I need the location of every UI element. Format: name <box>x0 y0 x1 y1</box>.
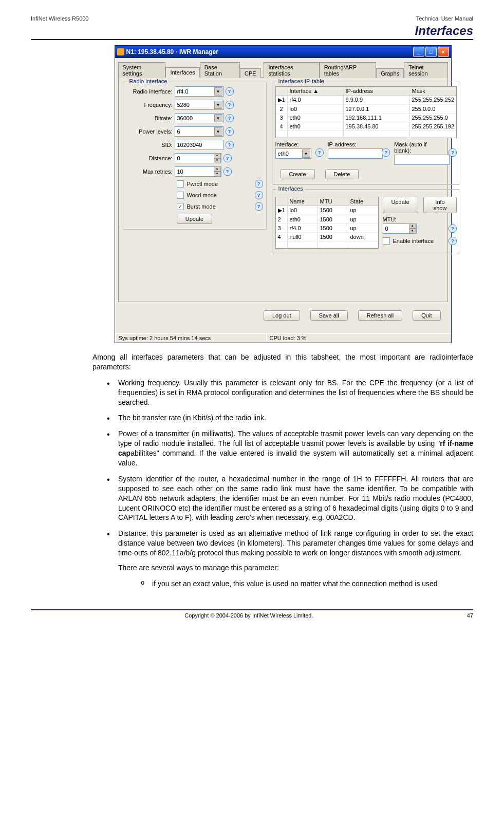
quit-button[interactable]: Quit <box>413 310 440 321</box>
ip-table-group: Interfaces IP-table Interface ▲ IP-addre… <box>272 82 461 185</box>
tab-graphs[interactable]: Graphs <box>376 68 404 78</box>
help-icon[interactable]: ? <box>449 225 457 233</box>
combo-power[interactable]: 6▼ <box>175 126 223 137</box>
combo-radio-interface[interactable]: rf4.0▼ <box>175 86 223 97</box>
if-update-button[interactable]: Update <box>383 197 418 213</box>
mask-input[interactable] <box>394 155 450 165</box>
help-icon[interactable]: ? <box>382 148 390 157</box>
tab-routing-arp[interactable]: Routing/ARP tables <box>320 62 376 78</box>
ip-table: Interface ▲ IP-address Mask ▶1rf4.09.9.0… <box>275 86 457 138</box>
delete-button[interactable]: Delete <box>325 169 359 179</box>
col-interface[interactable]: Interface ▲ <box>288 87 344 95</box>
ip-group-title: Interfaces IP-table <box>276 78 326 84</box>
lbl-enable-interface: Enable interface <box>393 238 434 244</box>
checkbox-burst[interactable]: ✓ <box>177 203 184 210</box>
tab-telnet[interactable]: Telnet session <box>404 62 447 78</box>
lbl-pwrctl: Pwrctl mode <box>187 181 218 187</box>
doc-title-right: Technical User Manual <box>416 15 473 22</box>
doc-title-left: InfiNet Wireless R5000 <box>31 15 89 22</box>
spin-retries[interactable]: 10▲▼ <box>175 166 221 177</box>
close-button[interactable]: × <box>438 47 449 57</box>
col-ip[interactable]: IP-address <box>344 87 410 95</box>
tab-cpe[interactable]: CPE <box>240 68 261 78</box>
combo-frequency[interactable]: 5280▼ <box>175 100 223 110</box>
lbl-mask: Mask (auto if blank): <box>394 141 444 154</box>
table-row[interactable]: 4eth0195.38.45.80255.255.255.192 <box>276 122 457 131</box>
footer-copyright: Copyright © 2004-2006 by InfiNet Wireles… <box>31 612 467 619</box>
bullet-sid: System identifier of the router, a hexad… <box>107 474 473 522</box>
create-button[interactable]: Create <box>281 169 315 179</box>
tab-row: System settings Interfaces Base Station … <box>115 58 451 77</box>
help-icon[interactable]: ? <box>226 87 234 96</box>
spin-distance[interactable]: 0▲▼ <box>175 153 221 163</box>
help-icon[interactable]: ? <box>223 154 232 162</box>
help-icon[interactable]: ? <box>315 148 324 157</box>
lbl-frequency: Frequency: <box>126 102 173 108</box>
dropdown-icon[interactable]: ▼ <box>214 87 222 96</box>
mtu-spin[interactable]: 0▲▼ <box>383 223 417 234</box>
table-row[interactable]: 3eth0192.168.111.1255.255.255.0 <box>276 114 457 122</box>
radio-update-button[interactable]: Update <box>177 214 212 224</box>
dropdown-icon[interactable]: ▼ <box>214 114 222 122</box>
window-title: N1: 195.38.45.80 - IWR Manager <box>126 48 218 55</box>
divider <box>31 39 473 40</box>
table-row[interactable]: 3rf4.01500up <box>276 224 378 233</box>
help-icon[interactable]: ? <box>449 148 457 157</box>
ip-interface-combo[interactable]: eth0▼ <box>275 148 311 159</box>
lbl-radio-interface: Radio interface: <box>126 88 173 95</box>
table-row[interactable]: 4null01500down <box>276 233 378 241</box>
checkbox-enable-interface[interactable] <box>383 237 390 245</box>
radio-interface-group: Radio interface Radio interface:rf4.0▼? … <box>123 82 267 230</box>
col-mtu[interactable]: MTU <box>318 197 348 205</box>
interfaces-group-title: Interfaces <box>276 185 305 192</box>
lbl-sid: SID: <box>126 142 173 148</box>
help-icon[interactable]: ? <box>223 167 232 176</box>
combo-bitrate[interactable]: 36000▼ <box>175 113 223 123</box>
col-blank <box>276 87 288 95</box>
checkbox-wocd[interactable] <box>177 192 184 199</box>
refresh-button[interactable]: Refresh all <box>358 310 403 321</box>
maximize-button[interactable]: □ <box>425 47 437 57</box>
intro-paragraph: Among all interfaces parameters that can… <box>92 352 473 372</box>
bullet-power: Power of a transmitter (in milliwatts). … <box>107 429 473 468</box>
bullet-distance: Distance. this parameter is used as an a… <box>107 529 473 588</box>
tab-interfaces-statistics[interactable]: Interfaces statistics <box>264 62 319 78</box>
ip-address-input[interactable] <box>328 148 383 159</box>
checkbox-pwrctl[interactable] <box>177 180 184 188</box>
col-name[interactable]: Name <box>288 197 318 205</box>
status-cpu: CPU load: 3 % <box>266 333 451 343</box>
help-icon[interactable]: ? <box>255 202 263 211</box>
table-row[interactable]: 2lo0127.0.0.1255.0.0.0 <box>276 105 457 114</box>
sub-bullet-exact-value: if you set an exact value, this value is… <box>141 579 473 589</box>
help-icon[interactable]: ? <box>226 141 234 149</box>
logout-button[interactable]: Log out <box>264 310 300 321</box>
lbl-interface: Interface: <box>275 141 311 147</box>
lbl-distance: Distance: <box>126 155 173 161</box>
page-number: 47 <box>467 612 473 619</box>
lbl-ipaddress: IP-address: <box>328 141 378 147</box>
help-icon[interactable]: ? <box>226 127 234 136</box>
table-row[interactable]: ▶1rf4.09.9.0.9255.255.255.252 <box>276 96 457 105</box>
help-icon[interactable]: ? <box>255 191 263 199</box>
tab-system-settings[interactable]: System settings <box>118 62 166 78</box>
tab-base-station[interactable]: Base Station <box>200 62 240 78</box>
saveall-button[interactable]: Save all <box>310 310 348 321</box>
input-sid[interactable]: 10203040 <box>175 140 223 150</box>
interfaces-table: NameMTUState ▶1lo01500up 2eth01500up 3rf… <box>275 197 379 249</box>
table-row[interactable]: ▶1lo01500up <box>276 206 378 215</box>
dropdown-icon[interactable]: ▼ <box>214 127 222 136</box>
minimize-button[interactable]: _ <box>413 47 424 57</box>
help-icon[interactable]: ? <box>226 114 234 122</box>
section-title: Interfaces <box>31 24 473 38</box>
tab-interfaces[interactable]: Interfaces <box>165 67 199 78</box>
help-icon[interactable]: ? <box>226 101 234 109</box>
col-state[interactable]: State <box>348 197 378 205</box>
col-mask[interactable]: Mask <box>410 87 457 95</box>
help-icon[interactable]: ? <box>255 180 263 188</box>
help-icon[interactable]: ? <box>449 237 457 245</box>
titlebar: N1: 195.38.45.80 - IWR Manager _ □ × <box>115 46 451 58</box>
lbl-power: Power levels: <box>126 128 173 135</box>
table-row[interactable]: 2eth01500up <box>276 215 378 224</box>
info-show-button[interactable]: Info show <box>423 197 457 213</box>
dropdown-icon[interactable]: ▼ <box>214 101 222 109</box>
